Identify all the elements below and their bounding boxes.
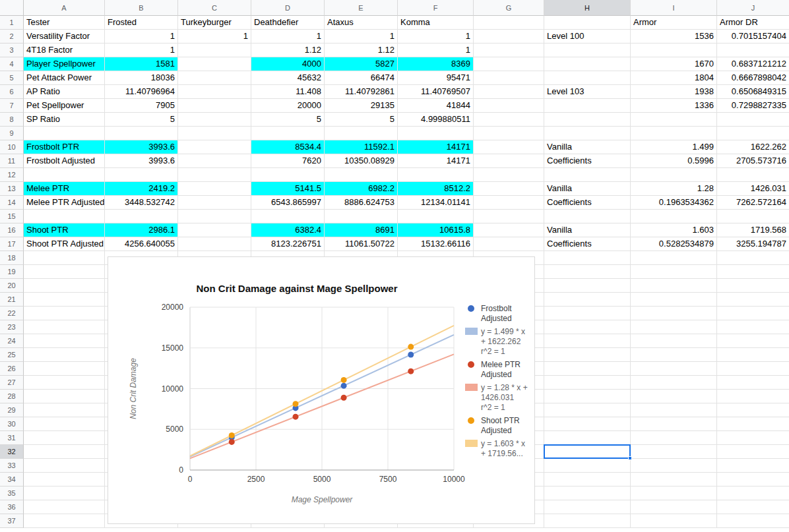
cell-C15[interactable] <box>178 210 251 223</box>
cell-I3[interactable] <box>631 44 717 57</box>
cell-E5[interactable]: 66474 <box>325 71 398 85</box>
column-header-B[interactable]: B <box>105 0 178 16</box>
cell-H35[interactable] <box>544 487 631 500</box>
cell-J16[interactable]: 1719.568 <box>717 223 789 237</box>
cell-I19[interactable] <box>631 265 717 279</box>
cell-A37[interactable] <box>24 514 105 528</box>
cell-I12[interactable] <box>631 168 717 182</box>
cell-H24[interactable] <box>544 334 631 348</box>
cell-J23[interactable] <box>717 320 789 334</box>
cell-C2[interactable]: 1 <box>178 30 251 44</box>
cell-B6[interactable]: 11.40796964 <box>105 85 178 99</box>
select-all-corner[interactable] <box>0 0 24 16</box>
cell-J6[interactable]: 0.6506849315 <box>717 85 789 99</box>
cell-J13[interactable]: 1426.031 <box>717 182 789 196</box>
cell-J14[interactable]: 7262.572164 <box>717 196 789 210</box>
cell-C7[interactable] <box>178 99 251 113</box>
cell-E9[interactable] <box>325 127 398 140</box>
cell-B3[interactable]: 1 <box>105 44 178 57</box>
cell-A17[interactable]: Shoot PTR Adjusted <box>24 237 105 251</box>
cell-I6[interactable]: 1938 <box>631 85 717 99</box>
cell-I27[interactable] <box>631 376 717 390</box>
cell-F2[interactable]: 1 <box>398 30 474 44</box>
cell-A4[interactable]: Player Spellpower <box>24 57 105 71</box>
cell-I7[interactable]: 1336 <box>631 99 717 113</box>
cell-A2[interactable]: Versatility Factor <box>24 30 105 44</box>
cell-B11[interactable]: 3993.6 <box>105 154 178 168</box>
cell-H1[interactable] <box>544 16 631 30</box>
cell-D6[interactable]: 11.408 <box>251 85 325 99</box>
cell-E10[interactable]: 11592.1 <box>325 140 398 154</box>
row-header-17[interactable]: 17 <box>0 237 24 251</box>
row-header-35[interactable]: 35 <box>0 487 24 500</box>
cell-I20[interactable] <box>631 279 717 293</box>
row-header-9[interactable]: 9 <box>0 127 24 140</box>
cell-I1[interactable]: Armor <box>631 16 717 30</box>
cell-H19[interactable] <box>544 265 631 279</box>
cell-B4[interactable]: 1581 <box>105 57 178 71</box>
row-header-22[interactable]: 22 <box>0 307 24 320</box>
cell-F9[interactable] <box>398 127 474 140</box>
cell-H7[interactable] <box>544 99 631 113</box>
cell-H30[interactable] <box>544 417 631 431</box>
cell-J20[interactable] <box>717 279 789 293</box>
row-header-20[interactable]: 20 <box>0 279 24 293</box>
cell-D7[interactable]: 20000 <box>251 99 325 113</box>
cell-B1[interactable]: Frosted <box>105 16 178 30</box>
cell-G14[interactable] <box>474 196 544 210</box>
cell-I13[interactable]: 1.28 <box>631 182 717 196</box>
cell-H8[interactable] <box>544 113 631 127</box>
cell-A15[interactable] <box>24 210 105 223</box>
cell-A24[interactable] <box>24 334 105 348</box>
embedded-chart[interactable]: 05000100001500020000025005000750010000No… <box>108 256 535 524</box>
cell-A31[interactable] <box>24 431 105 445</box>
cell-A7[interactable]: Pet Spellpower <box>24 99 105 113</box>
cell-I11[interactable]: 0.5996 <box>631 154 717 168</box>
cell-J37[interactable] <box>717 514 789 528</box>
cell-H20[interactable] <box>544 279 631 293</box>
cell-J5[interactable]: 0.6667898042 <box>717 71 789 85</box>
cell-I29[interactable] <box>631 403 717 417</box>
cell-I30[interactable] <box>631 417 717 431</box>
row-header-30[interactable]: 30 <box>0 417 24 431</box>
cell-F14[interactable]: 12134.01141 <box>398 196 474 210</box>
row-header-32[interactable]: 32 <box>0 445 24 459</box>
cell-G1[interactable] <box>474 16 544 30</box>
cell-E11[interactable]: 10350.08929 <box>325 154 398 168</box>
cell-A35[interactable] <box>24 487 105 500</box>
row-header-34[interactable]: 34 <box>0 473 24 487</box>
cell-A12[interactable] <box>24 168 105 182</box>
cell-H28[interactable] <box>544 390 631 403</box>
cell-H4[interactable] <box>544 57 631 71</box>
cell-C10[interactable] <box>178 140 251 154</box>
cell-H27[interactable] <box>544 376 631 390</box>
cell-A23[interactable] <box>24 320 105 334</box>
cell-C13[interactable] <box>178 182 251 196</box>
cell-A14[interactable]: Melee PTR Adjusted <box>24 196 105 210</box>
cell-I10[interactable]: 1.499 <box>631 140 717 154</box>
cell-E16[interactable]: 8691 <box>325 223 398 237</box>
row-header-8[interactable]: 8 <box>0 113 24 127</box>
cell-E12[interactable] <box>325 168 398 182</box>
cell-A34[interactable] <box>24 473 105 487</box>
cell-G15[interactable] <box>474 210 544 223</box>
column-header-H[interactable]: H <box>544 0 631 16</box>
cell-D11[interactable]: 7620 <box>251 154 325 168</box>
cell-I22[interactable] <box>631 307 717 320</box>
cell-A9[interactable] <box>24 127 105 140</box>
cell-F11[interactable]: 14171 <box>398 154 474 168</box>
row-header-7[interactable]: 7 <box>0 99 24 113</box>
cell-I33[interactable] <box>631 459 717 473</box>
cell-I16[interactable]: 1.603 <box>631 223 717 237</box>
cell-J26[interactable] <box>717 362 789 376</box>
row-header-29[interactable]: 29 <box>0 403 24 417</box>
cell-I32[interactable] <box>631 445 717 459</box>
cell-F10[interactable]: 14171 <box>398 140 474 154</box>
cell-I36[interactable] <box>631 500 717 514</box>
cell-H37[interactable] <box>544 514 631 528</box>
cell-F7[interactable]: 41844 <box>398 99 474 113</box>
cell-J24[interactable] <box>717 334 789 348</box>
cell-B14[interactable]: 3448.532742 <box>105 196 178 210</box>
column-header-E[interactable]: E <box>325 0 398 16</box>
cell-F12[interactable] <box>398 168 474 182</box>
